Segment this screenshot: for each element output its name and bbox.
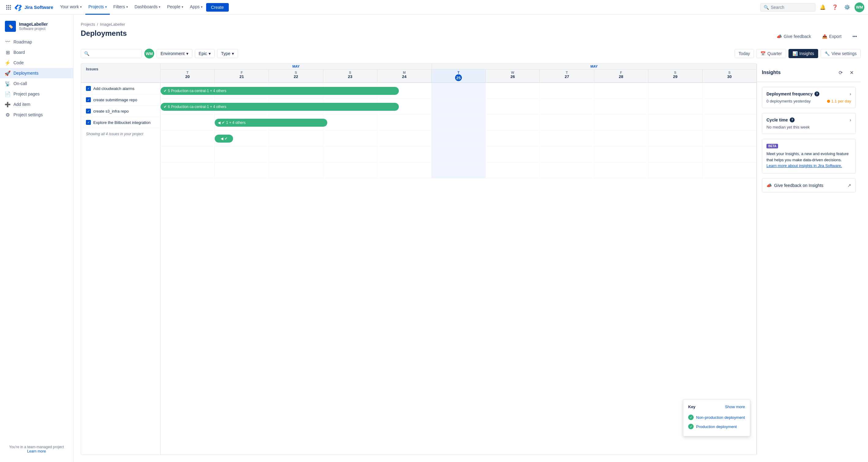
issue-label-2: create submitImage repo (93, 98, 137, 102)
issue-row-3[interactable]: ✓ create s3_infra repo (81, 105, 160, 117)
view-settings-button[interactable]: 🔧 View settings (820, 49, 861, 58)
notifications-button[interactable]: 🔔 (818, 2, 828, 12)
cal-cell (594, 131, 648, 146)
today-button[interactable]: Today (735, 49, 754, 58)
sidebar-item-label: Code (13, 60, 24, 65)
epic-filter[interactable]: Epic ▾ (195, 49, 215, 58)
chevron-down-icon: ▾ (105, 5, 107, 8)
day-header-30: S 30 (703, 69, 756, 82)
issues-search-input[interactable] (91, 51, 138, 56)
export-icon: 📤 (822, 34, 827, 39)
svg-rect-4 (8, 7, 9, 8)
type-filter[interactable]: Type ▾ (217, 49, 238, 58)
deploy-bar-text: 1 + 4 others (226, 121, 246, 125)
sidebar-item-deployments[interactable]: 🚀 Deployments (0, 68, 73, 78)
toolbar: 🔍 WM Environment ▾ Epic ▾ Type ▾ Today (81, 49, 861, 58)
sidebar-item-project-settings[interactable]: ⚙ Project settings (0, 110, 73, 120)
nav-your-work[interactable]: Your work ▾ (57, 0, 85, 15)
sidebar-item-oncall[interactable]: 📡 On-call (0, 78, 73, 89)
nav-dashboards[interactable]: Dashboards ▾ (131, 0, 164, 15)
svg-rect-3 (6, 7, 7, 8)
key-item-2[interactable]: ✓ Production deployment (688, 422, 745, 431)
environment-filter[interactable]: Environment ▾ (157, 49, 192, 58)
page-header: Deployments 📣 Give feedback 📤 Export ••• (81, 29, 861, 44)
create-button[interactable]: Create (206, 3, 229, 12)
give-feedback-button[interactable]: 📣 Give feedback (773, 32, 815, 41)
deployment-frequency-badge: 1.1 per day (827, 99, 851, 103)
cal-cell (703, 115, 756, 130)
content-area: Issues MAY MAY T 20 (81, 63, 861, 455)
sidebar-footer: You're in a team-managed project Learn m… (0, 440, 73, 458)
deploy-bar-4[interactable]: ◀ ✔ (215, 134, 233, 143)
issue-label-4: Explore the Bitbucket integration (93, 120, 151, 125)
help-icon[interactable]: ? (790, 118, 795, 122)
breadcrumb-projects[interactable]: Projects (81, 22, 95, 27)
learn-more-insights-link[interactable]: Learn more about insights in Jira Softwa… (767, 163, 842, 168)
pages-icon: 📄 (5, 91, 10, 97)
issue-label-3: create s3_infra repo (93, 109, 129, 114)
chevron-right-icon[interactable]: › (850, 118, 851, 122)
issue-row-1[interactable]: ✓ Add cloudwatch alarms (81, 83, 160, 94)
deploy-bar-3[interactable]: ◀ ✔ 1 + 4 others (215, 119, 327, 127)
key-item-label: Non-production deployment (696, 415, 745, 420)
insights-close-button[interactable]: ✕ (847, 68, 856, 77)
breadcrumb-project[interactable]: ImageLabeller (100, 22, 125, 27)
insights-refresh-button[interactable]: ⟳ (836, 68, 845, 77)
oncall-icon: 📡 (5, 81, 10, 86)
learn-more-link[interactable]: Learn more (27, 449, 46, 454)
insights-button[interactable]: 📊 Insights (788, 49, 818, 58)
deploy-bar-1[interactable]: ✔ 5 Production ca-central-1 + 4 others (161, 87, 399, 95)
settings-button[interactable]: ⚙️ (842, 2, 852, 12)
sidebar-item-project-pages[interactable]: 📄 Project pages (0, 89, 73, 99)
issue-row-2[interactable]: ✓ create submitImage repo (81, 94, 160, 105)
show-more-link[interactable]: Show more (725, 404, 745, 409)
key-item-label: Production deployment (696, 424, 737, 429)
svg-rect-2 (10, 5, 11, 6)
day-header-23: S 23 (323, 69, 377, 82)
orange-dot (827, 100, 830, 103)
day-header-20: T 20 (161, 69, 215, 82)
calendar-row-empty-1 (161, 147, 756, 162)
grid-menu-icon[interactable] (4, 2, 13, 12)
check-icon: ✔ (224, 136, 227, 141)
issue-checkbox-4: ✓ (86, 120, 91, 125)
insights-panel-header: Insights ⟳ ✕ (757, 63, 861, 82)
user-avatar[interactable]: WM (855, 2, 864, 12)
search-box[interactable]: 🔍 Search (760, 3, 815, 12)
app-logo[interactable]: Jira Software (15, 4, 53, 11)
insights-body: Deployment frequency ? › 0 deployments y… (757, 82, 861, 197)
settings-icon: 🔧 (825, 51, 830, 56)
issues-search-box[interactable]: 🔍 (81, 49, 142, 58)
cal-cell (703, 131, 756, 146)
issue-row-4[interactable]: ✓ Explore the Bitbucket integration (81, 117, 160, 128)
nav-people[interactable]: People ▾ (164, 0, 186, 15)
cal-cell (594, 83, 648, 98)
calendar-wrapper: Issues MAY MAY T 20 (81, 63, 757, 455)
calendar-row-1: ✔ 5 Production ca-central-1 + 4 others (161, 83, 756, 99)
more-actions-button[interactable]: ••• (849, 32, 861, 41)
nav-filters[interactable]: Filters ▾ (111, 0, 131, 15)
sidebar-item-roadmap[interactable]: 〰 Roadmap (0, 37, 73, 47)
calendar-row-4: ◀ ✔ (161, 131, 756, 147)
deployments-icon: 🚀 (5, 70, 10, 76)
sidebar-item-add-item[interactable]: ➕ Add item (0, 99, 73, 110)
sidebar-item-board[interactable]: ⊞ Board (0, 47, 73, 58)
nav-projects[interactable]: Projects ▾ (85, 0, 110, 15)
topnav: Jira Software Your work ▾ Projects ▾ Fil… (0, 0, 868, 15)
deploy-bar-2[interactable]: ✔ 6 Production ca-central-1 + 4 others (161, 103, 399, 111)
nav-apps[interactable]: Apps ▾ (187, 0, 206, 15)
sidebar-item-code[interactable]: ⚡ Code (0, 58, 73, 68)
quarter-button[interactable]: 📅 Quarter (756, 49, 786, 58)
user-filter-avatar[interactable]: WM (144, 49, 154, 58)
insights-panel-actions: ⟳ ✕ (836, 68, 856, 77)
chevron-down-icon: ▾ (186, 51, 188, 56)
chevron-right-icon[interactable]: › (850, 91, 851, 96)
give-feedback-insights-card[interactable]: 📣 Give feedback on Insights ↗ (762, 178, 856, 192)
key-item-1[interactable]: ✓ Non-production deployment (688, 413, 745, 422)
export-button[interactable]: 📤 Export (818, 32, 845, 41)
help-button[interactable]: ❓ (830, 2, 840, 12)
day-header-26: W 26 (486, 69, 540, 82)
cal-cell (486, 99, 540, 115)
help-icon[interactable]: ? (814, 91, 819, 96)
check-icon: ✔ (164, 105, 167, 109)
